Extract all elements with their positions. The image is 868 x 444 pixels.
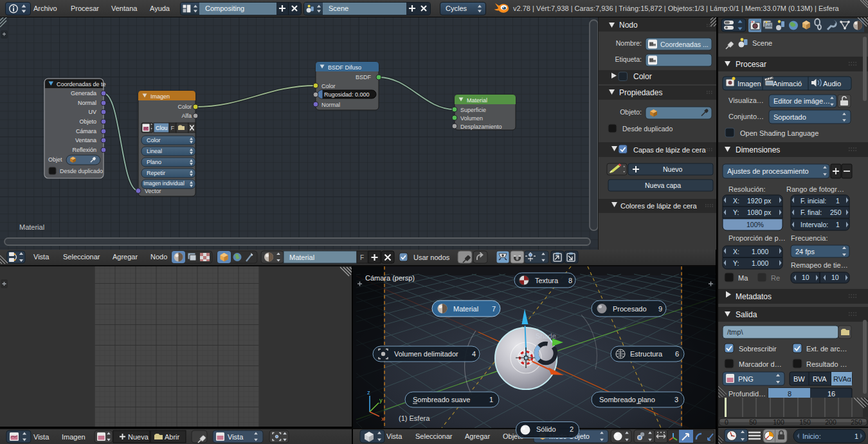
svg-text:Superficie: Superficie: [460, 107, 486, 113]
svg-text:Material: Material: [467, 97, 487, 104]
svg-text:Cámara (persp): Cámara (persp): [365, 274, 415, 282]
svg-text:Rugosidad: 0.000: Rugosidad: 0.000: [324, 91, 370, 98]
svg-text:Objet: Objet: [48, 156, 62, 163]
svg-text:Shade: Shade: [536, 332, 556, 340]
svg-text:F: F: [171, 125, 175, 131]
svg-text:1: 1: [854, 432, 858, 440]
svg-text:Desde duplicado: Desde duplicado: [622, 125, 673, 133]
svg-text:Re: Re: [771, 274, 780, 282]
svg-text:Abrir: Abrir: [165, 433, 180, 441]
svg-text:Material: Material: [289, 254, 314, 261]
svg-text:X:: X:: [733, 248, 739, 255]
svg-text:1: 1: [489, 396, 493, 403]
svg-text:Alfa: Alfa: [181, 113, 192, 119]
svg-text:Open Shading Language: Open Shading Language: [740, 129, 818, 137]
svg-text:Vista: Vista: [33, 433, 50, 441]
svg-text:Nueva: Nueva: [128, 433, 149, 441]
svg-text:Capas de lápiz de cera: Capas de lápiz de cera: [633, 146, 706, 154]
svg-text:UV: UV: [88, 109, 96, 115]
svg-text:Vista: Vista: [228, 433, 244, 441]
svg-text:Frecuencia:: Frecuencia:: [791, 234, 827, 242]
svg-text:Imagen: Imagen: [737, 80, 761, 88]
svg-text:Editor de imáge…: Editor de imáge…: [773, 97, 830, 105]
svg-text:Volumen: Volumen: [460, 115, 483, 122]
svg-text:Marcador d…: Marcador d…: [739, 360, 782, 368]
svg-text:Nuevo: Nuevo: [663, 165, 683, 173]
svg-text:F. inicial:: F. inicial:: [800, 197, 826, 205]
svg-text:Material: Material: [19, 223, 44, 231]
svg-text:8: 8: [568, 277, 572, 284]
svg-text:BSDF: BSDF: [356, 74, 372, 80]
svg-text:Clou: Clou: [156, 125, 168, 131]
svg-text:Colores de lápiz de cera: Colores de lápiz de cera: [620, 202, 698, 210]
svg-text:Coordenadas ...: Coordenadas ...: [660, 41, 709, 48]
svg-text:Remapeo de tie…: Remapeo de tie…: [791, 261, 848, 269]
svg-text:Y:: Y:: [733, 259, 739, 267]
svg-text:Plano: Plano: [147, 159, 161, 165]
svg-text:Color: Color: [177, 104, 192, 110]
svg-text:3: 3: [674, 396, 678, 403]
svg-text:Reflexión: Reflexión: [72, 147, 96, 153]
svg-text:Normal: Normal: [78, 100, 96, 106]
svg-text:Nodo: Nodo: [619, 21, 638, 30]
svg-text:Propiedades: Propiedades: [619, 88, 662, 97]
svg-text:Vista: Vista: [386, 432, 402, 440]
svg-text:Usar nodos: Usar nodos: [413, 254, 450, 261]
svg-text:Lineal: Lineal: [147, 148, 162, 154]
svg-text:/tmp\: /tmp\: [727, 328, 743, 336]
svg-text:Coordenadas de te: Coordenadas de te: [57, 81, 106, 88]
svg-text:Conjunto…: Conjunto…: [728, 113, 764, 120]
svg-text:Resultado …: Resultado …: [806, 360, 847, 368]
svg-text:Desplazamiento: Desplazamiento: [460, 124, 502, 130]
svg-text:BW: BW: [793, 375, 805, 383]
svg-text:1080 px: 1080 px: [747, 208, 772, 216]
svg-text:Desde duplicado: Desde duplicado: [60, 168, 103, 174]
svg-text:Repetir: Repetir: [147, 170, 165, 176]
svg-text:Nueva capa: Nueva capa: [645, 181, 681, 189]
svg-text:24 fps: 24 fps: [795, 248, 815, 255]
svg-text:1920 px: 1920 px: [747, 197, 772, 205]
svg-text:Normal: Normal: [321, 102, 340, 108]
svg-text:Cámara: Cámara: [76, 128, 96, 134]
svg-text:7: 7: [492, 305, 496, 313]
svg-text:100: 100: [773, 418, 784, 426]
svg-text:Inicio:: Inicio:: [802, 432, 821, 440]
svg-text:9: 9: [658, 305, 662, 313]
svg-text:Metadatos: Metadatos: [736, 292, 772, 301]
svg-text:Material: Material: [453, 305, 478, 313]
svg-text:PNG: PNG: [738, 375, 754, 383]
svg-text:Vector: Vector: [145, 188, 161, 194]
svg-text:Seleccionar: Seleccionar: [415, 432, 453, 440]
svg-text:Textura: Textura: [535, 277, 559, 284]
svg-text:10: 10: [802, 273, 809, 281]
svg-text:16: 16: [827, 390, 835, 398]
svg-text:6: 6: [675, 350, 679, 358]
svg-text:Audio: Audio: [823, 80, 841, 88]
svg-text:y: y: [379, 396, 383, 403]
svg-text:1.000: 1.000: [752, 248, 768, 255]
svg-text:100%: 100%: [746, 221, 764, 228]
svg-text:Generada: Generada: [71, 90, 96, 97]
svg-text:Y:: Y:: [733, 208, 739, 216]
svg-text:Color: Color: [147, 137, 161, 143]
svg-text:x: x: [381, 415, 384, 422]
svg-text:Nodo: Nodo: [150, 253, 167, 261]
svg-text:Dimensiones: Dimensiones: [736, 145, 780, 154]
svg-text:Ventana: Ventana: [75, 137, 96, 143]
svg-text:BSDF Difuso: BSDF Difuso: [328, 64, 361, 71]
svg-text:Scene: Scene: [752, 39, 772, 47]
svg-text:Nombre:: Nombre:: [616, 39, 642, 47]
svg-text:Agregar: Agregar: [113, 253, 138, 261]
svg-text:4: 4: [472, 350, 476, 358]
svg-text:0: 0: [725, 418, 728, 426]
svg-text:Proporción de p…: Proporción de p…: [728, 234, 786, 242]
svg-text:RVAα: RVAα: [833, 375, 852, 383]
svg-text:10: 10: [831, 273, 839, 281]
svg-text:Rango de fotogr…: Rango de fotogr…: [786, 185, 844, 193]
svg-text:Imagen individual: Imagen individual: [143, 181, 185, 187]
svg-text:Ajustes de procesamiento: Ajustes de procesamiento: [727, 167, 809, 175]
svg-text:1: 1: [836, 221, 840, 228]
svg-text:F: F: [360, 254, 364, 261]
svg-text:Volumen delimitador: Volumen delimitador: [394, 350, 458, 358]
svg-text:Objeto:: Objeto:: [620, 108, 642, 116]
